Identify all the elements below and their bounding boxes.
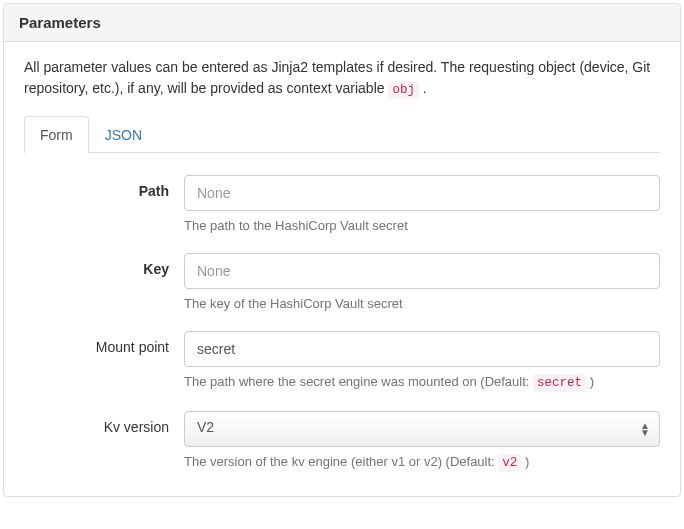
key-help: The key of the HashiCorp Vault secret bbox=[184, 295, 660, 313]
kv-version-default-code: v2 bbox=[498, 454, 521, 472]
path-help: The path to the HashiCorp Vault secret bbox=[184, 217, 660, 235]
panel-body: All parameter values can be entered as J… bbox=[4, 42, 680, 496]
kv-version-select[interactable]: V2 bbox=[184, 411, 660, 447]
field-mount-point: Mount point The path where the secret en… bbox=[24, 331, 660, 393]
field-path: Path The path to the HashiCorp Vault sec… bbox=[24, 175, 660, 235]
mount-point-input[interactable] bbox=[184, 331, 660, 367]
tab-json[interactable]: JSON bbox=[89, 116, 158, 153]
panel-title: Parameters bbox=[19, 14, 665, 31]
mount-point-label: Mount point bbox=[24, 331, 184, 355]
key-label: Key bbox=[24, 253, 184, 277]
key-input[interactable] bbox=[184, 253, 660, 289]
tabs-nav: Form JSON bbox=[24, 116, 660, 153]
path-input[interactable] bbox=[184, 175, 660, 211]
description-text: All parameter values can be entered as J… bbox=[24, 57, 660, 100]
tab-content-form: Path The path to the HashiCorp Vault sec… bbox=[24, 163, 660, 472]
path-label: Path bbox=[24, 175, 184, 199]
tab-form[interactable]: Form bbox=[24, 116, 89, 153]
obj-code: obj bbox=[388, 81, 419, 99]
field-kv-version: Kv version V2 ▲ ▼ The version of the kv … bbox=[24, 411, 660, 473]
mount-point-help: The path where the secret engine was mou… bbox=[184, 373, 660, 393]
kv-version-help: The version of the kv engine (either v1 … bbox=[184, 453, 660, 473]
field-key: Key The key of the HashiCorp Vault secre… bbox=[24, 253, 660, 313]
parameters-panel: Parameters All parameter values can be e… bbox=[3, 3, 681, 497]
panel-header: Parameters bbox=[4, 4, 680, 42]
kv-version-label: Kv version bbox=[24, 411, 184, 435]
mount-point-default-code: secret bbox=[533, 374, 586, 392]
